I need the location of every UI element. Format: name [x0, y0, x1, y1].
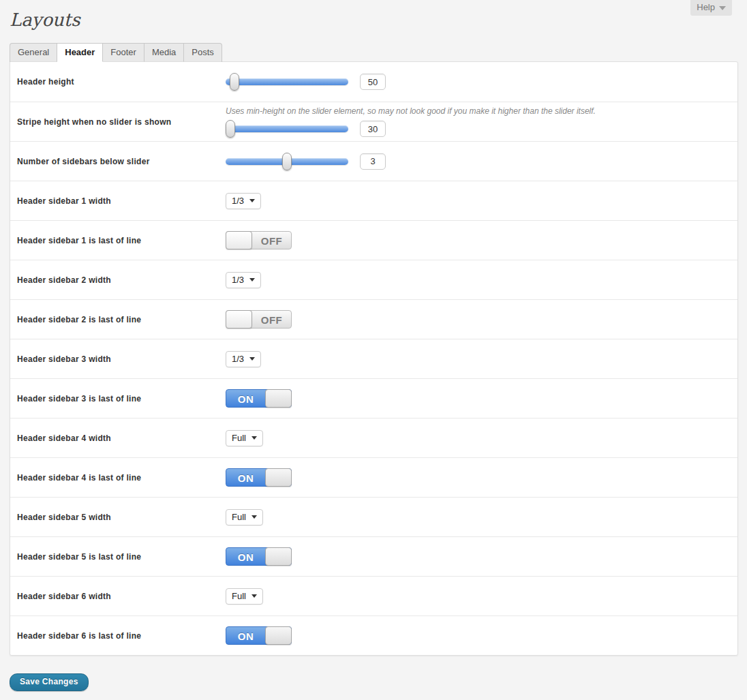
- slider-value-input[interactable]: [360, 121, 386, 137]
- settings-row: Header sidebar 1 is last of line OFF: [10, 220, 737, 260]
- settings-row: Header sidebar 4 is last of line ON: [10, 457, 737, 497]
- width-select[interactable]: 1/3: [226, 272, 261, 288]
- tab-header[interactable]: Header: [57, 44, 103, 62]
- help-button[interactable]: Help: [690, 0, 732, 16]
- slider-line: [226, 153, 731, 170]
- toggle-switch[interactable]: ON: [226, 626, 292, 645]
- settings-panel settings-rows: Header height Stripe height when no slid…: [10, 61, 738, 656]
- toggle-switch[interactable]: OFF: [226, 231, 292, 249]
- slider-track[interactable]: [226, 125, 348, 132]
- setting-label: Header height: [10, 77, 226, 87]
- setting-control: 1/3: [226, 268, 737, 292]
- setting-control: Full: [226, 584, 737, 609]
- setting-label: Header sidebar 4 width: [10, 433, 226, 443]
- setting-control: [226, 149, 737, 174]
- save-changes-button[interactable]: Save Changes: [10, 673, 89, 691]
- slider-value-input[interactable]: [360, 153, 386, 170]
- toggle-switch[interactable]: ON: [226, 389, 292, 408]
- chevron-down-icon: [719, 6, 726, 10]
- tab-media[interactable]: Media: [144, 44, 184, 62]
- setting-control: 1/3: [226, 189, 737, 213]
- setting-label: Stripe height when no slider is shown: [10, 117, 226, 127]
- width-select-value: Full: [232, 591, 246, 601]
- tab-general[interactable]: General: [10, 44, 57, 62]
- toggle-handle[interactable]: [265, 389, 292, 408]
- setting-label: Header sidebar 1 is last of line: [10, 236, 226, 245]
- settings-row: Header height: [10, 62, 737, 102]
- tab-posts[interactable]: Posts: [184, 44, 222, 62]
- setting-label: Header sidebar 5 is last of line: [10, 552, 226, 562]
- width-select[interactable]: 1/3: [226, 193, 261, 209]
- slider-track[interactable]: [226, 158, 348, 165]
- width-select[interactable]: 1/3: [226, 351, 261, 367]
- toggle-state-label: ON: [226, 627, 265, 644]
- toggle-handle[interactable]: [226, 231, 252, 249]
- toggle-state-label: ON: [226, 469, 265, 486]
- setting-label: Header sidebar 4 is last of line: [10, 473, 226, 483]
- toggle-switch[interactable]: ON: [226, 468, 292, 487]
- setting-control: OFF: [226, 227, 737, 254]
- toggle-handle[interactable]: [265, 626, 292, 645]
- slider-handle[interactable]: [230, 73, 239, 91]
- chevron-down-icon: [249, 357, 255, 361]
- settings-row: Header sidebar 1 width 1/3: [10, 181, 737, 220]
- width-select-value: Full: [232, 512, 246, 522]
- width-select[interactable]: Full: [226, 588, 263, 605]
- toggle-handle[interactable]: [265, 547, 292, 566]
- settings-row: Header sidebar 5 width Full: [10, 497, 737, 536]
- tab-footer[interactable]: Footer: [103, 44, 144, 62]
- setting-label: Header sidebar 1 width: [10, 196, 226, 206]
- toggle-handle[interactable]: [265, 468, 292, 487]
- toggle-switch[interactable]: OFF: [226, 310, 292, 329]
- toggle-state-label: ON: [226, 390, 265, 407]
- slider-line: [226, 121, 731, 137]
- setting-control: ON: [226, 464, 737, 491]
- width-select-value: 1/3: [232, 354, 244, 364]
- setting-label: Header sidebar 5 width: [10, 513, 226, 522]
- setting-control: Full: [226, 505, 737, 530]
- settings-row: Stripe height when no slider is shown Us…: [10, 102, 737, 141]
- chevron-down-icon: [251, 436, 257, 440]
- setting-control: OFF: [226, 306, 737, 333]
- toggle-switch[interactable]: ON: [226, 547, 292, 566]
- tab-bar: General Header Footer Media Posts: [10, 43, 222, 62]
- slider-value-input[interactable]: [360, 74, 386, 90]
- settings-row: Header sidebar 2 width 1/3: [10, 260, 737, 299]
- setting-control: Full: [226, 426, 737, 451]
- width-select-value: Full: [232, 433, 246, 443]
- settings-row: Header sidebar 6 width Full: [10, 576, 737, 615]
- settings-row: Header sidebar 2 is last of line OFF: [10, 299, 737, 339]
- setting-description: Uses min-height on the slider element, s…: [226, 106, 731, 116]
- chevron-down-icon: [251, 594, 257, 598]
- setting-control: ON: [226, 385, 737, 412]
- slider-handle[interactable]: [226, 120, 235, 138]
- setting-label: Number of sidebars below slider: [10, 157, 226, 166]
- settings-row: Header sidebar 4 width Full: [10, 418, 737, 457]
- slider-handle[interactable]: [282, 153, 292, 170]
- width-select-value: 1/3: [232, 196, 244, 206]
- page-title: Layouts: [10, 10, 747, 30]
- setting-label: Header sidebar 2 is last of line: [10, 315, 226, 324]
- toggle-handle[interactable]: [226, 310, 252, 329]
- settings-row: Header sidebar 3 width 1/3: [10, 339, 737, 378]
- setting-control: ON: [226, 543, 737, 570]
- setting-label: Header sidebar 3 is last of line: [10, 394, 226, 404]
- width-select[interactable]: Full: [226, 509, 263, 526]
- slider-line: [226, 74, 731, 90]
- settings-row: Header sidebar 3 is last of line ON: [10, 378, 737, 418]
- toggle-state-label: ON: [226, 548, 265, 565]
- setting-control: [226, 70, 737, 94]
- setting-label: Header sidebar 6 width: [10, 592, 226, 601]
- width-select-value: 1/3: [232, 275, 244, 285]
- setting-control: Uses min-height on the slider element, s…: [226, 102, 737, 141]
- toggle-state-label: OFF: [252, 232, 291, 249]
- width-select[interactable]: Full: [226, 430, 263, 446]
- toggle-state-label: OFF: [252, 311, 291, 328]
- settings-row: Number of sidebars below slider: [10, 141, 737, 181]
- help-button-label: Help: [697, 2, 715, 12]
- settings-row: Header sidebar 6 is last of line ON: [10, 615, 737, 655]
- setting-label: Header sidebar 6 is last of line: [10, 631, 226, 641]
- chevron-down-icon: [249, 278, 255, 281]
- setting-label: Header sidebar 2 width: [10, 275, 226, 285]
- slider-track[interactable]: [226, 78, 348, 85]
